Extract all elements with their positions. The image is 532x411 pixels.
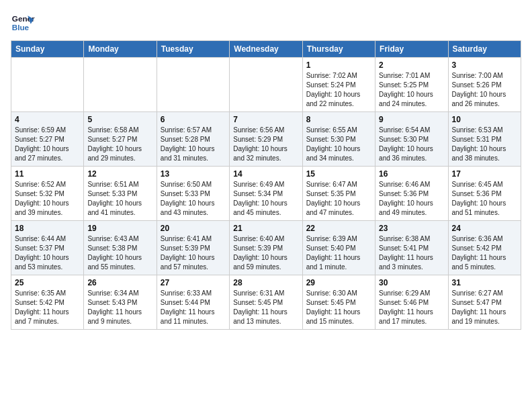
day-number: 17: [452, 169, 517, 179]
calendar-header-row: SundayMondayTuesdayWednesdayThursdayFrid…: [11, 41, 521, 58]
day-info: Sunrise: 6:58 AM Sunset: 5:27 PM Dayligh…: [87, 126, 152, 163]
calendar-cell: 17Sunrise: 6:45 AM Sunset: 5:36 PM Dayli…: [448, 167, 521, 221]
calendar-cell: 23Sunrise: 6:38 AM Sunset: 5:41 PM Dayli…: [375, 221, 448, 275]
calendar-cell: 12Sunrise: 6:51 AM Sunset: 5:33 PM Dayli…: [84, 167, 157, 221]
day-info: Sunrise: 6:39 AM Sunset: 5:40 PM Dayligh…: [306, 234, 371, 272]
day-info: Sunrise: 6:34 AM Sunset: 5:43 PM Dayligh…: [87, 289, 152, 326]
calendar-cell: 21Sunrise: 6:40 AM Sunset: 5:39 PM Dayli…: [230, 221, 302, 275]
calendar-week-row: 4Sunrise: 6:59 AM Sunset: 5:27 PM Daylig…: [11, 112, 521, 167]
day-info: Sunrise: 6:27 AM Sunset: 5:47 PM Dayligh…: [452, 289, 517, 326]
calendar-cell: 11Sunrise: 6:52 AM Sunset: 5:32 PM Dayli…: [11, 167, 84, 221]
logo: General Blue: [11, 11, 38, 35]
calendar-body: 1Sunrise: 7:02 AM Sunset: 5:24 PM Daylig…: [11, 58, 521, 330]
day-number: 29: [306, 278, 371, 287]
calendar-cell: 26Sunrise: 6:34 AM Sunset: 5:43 PM Dayli…: [84, 275, 157, 330]
day-number: 13: [161, 169, 226, 179]
day-number: 4: [15, 115, 80, 124]
day-number: 6: [161, 115, 226, 124]
calendar-week-row: 18Sunrise: 6:44 AM Sunset: 5:37 PM Dayli…: [11, 221, 521, 275]
calendar-table: SundayMondayTuesdayWednesdayThursdayFrid…: [11, 40, 521, 330]
day-info: Sunrise: 6:49 AM Sunset: 5:34 PM Dayligh…: [233, 180, 298, 218]
page-header: General Blue: [11, 11, 521, 35]
calendar-cell: 14Sunrise: 6:49 AM Sunset: 5:34 PM Dayli…: [230, 167, 302, 221]
calendar-cell: 13Sunrise: 6:50 AM Sunset: 5:33 PM Dayli…: [157, 167, 229, 221]
day-number: 14: [233, 169, 298, 179]
day-number: 19: [87, 224, 152, 233]
day-info: Sunrise: 6:30 AM Sunset: 5:45 PM Dayligh…: [306, 289, 371, 326]
day-number: 5: [87, 115, 152, 124]
calendar-cell: 15Sunrise: 6:47 AM Sunset: 5:35 PM Dayli…: [302, 167, 375, 221]
day-info: Sunrise: 7:01 AM Sunset: 5:25 PM Dayligh…: [379, 71, 444, 109]
day-of-week-header: Friday: [375, 41, 448, 58]
day-info: Sunrise: 6:41 AM Sunset: 5:39 PM Dayligh…: [161, 234, 226, 272]
day-info: Sunrise: 6:35 AM Sunset: 5:42 PM Dayligh…: [15, 289, 80, 326]
day-info: Sunrise: 6:38 AM Sunset: 5:41 PM Dayligh…: [379, 234, 444, 272]
calendar-cell: 22Sunrise: 6:39 AM Sunset: 5:40 PM Dayli…: [302, 221, 375, 275]
day-number: 15: [306, 169, 371, 179]
calendar-cell: 10Sunrise: 6:53 AM Sunset: 5:31 PM Dayli…: [448, 112, 521, 167]
day-info: Sunrise: 7:02 AM Sunset: 5:24 PM Dayligh…: [306, 71, 371, 109]
day-info: Sunrise: 6:31 AM Sunset: 5:45 PM Dayligh…: [233, 289, 298, 326]
day-of-week-header: Wednesday: [230, 41, 302, 58]
day-of-week-header: Tuesday: [157, 41, 229, 58]
calendar-cell: 7Sunrise: 6:56 AM Sunset: 5:29 PM Daylig…: [230, 112, 302, 167]
calendar-cell: 5Sunrise: 6:58 AM Sunset: 5:27 PM Daylig…: [84, 112, 157, 167]
day-of-week-header: Saturday: [448, 41, 521, 58]
calendar-cell: 25Sunrise: 6:35 AM Sunset: 5:42 PM Dayli…: [11, 275, 84, 330]
day-info: Sunrise: 6:50 AM Sunset: 5:33 PM Dayligh…: [161, 180, 226, 218]
day-info: Sunrise: 6:57 AM Sunset: 5:28 PM Dayligh…: [161, 126, 226, 163]
day-info: Sunrise: 6:36 AM Sunset: 5:42 PM Dayligh…: [452, 234, 517, 272]
day-number: 8: [306, 115, 371, 124]
day-number: 23: [379, 224, 444, 233]
day-info: Sunrise: 6:51 AM Sunset: 5:33 PM Dayligh…: [87, 180, 152, 218]
day-number: 20: [161, 224, 226, 233]
day-info: Sunrise: 7:00 AM Sunset: 5:26 PM Dayligh…: [452, 71, 517, 109]
calendar-cell: 6Sunrise: 6:57 AM Sunset: 5:28 PM Daylig…: [157, 112, 229, 167]
calendar-week-row: 25Sunrise: 6:35 AM Sunset: 5:42 PM Dayli…: [11, 275, 521, 330]
day-info: Sunrise: 6:53 AM Sunset: 5:31 PM Dayligh…: [452, 126, 517, 163]
day-info: Sunrise: 6:52 AM Sunset: 5:32 PM Dayligh…: [15, 180, 80, 218]
day-number: 27: [161, 278, 226, 287]
calendar-cell: 27Sunrise: 6:33 AM Sunset: 5:44 PM Dayli…: [157, 275, 229, 330]
calendar-cell: 24Sunrise: 6:36 AM Sunset: 5:42 PM Dayli…: [448, 221, 521, 275]
calendar-cell: [230, 58, 302, 112]
day-number: 26: [87, 278, 152, 287]
calendar-cell: 1Sunrise: 7:02 AM Sunset: 5:24 PM Daylig…: [302, 58, 375, 112]
svg-text:Blue: Blue: [12, 23, 30, 32]
day-number: 25: [15, 278, 80, 287]
calendar-cell: 30Sunrise: 6:29 AM Sunset: 5:46 PM Dayli…: [375, 275, 448, 330]
calendar-week-row: 1Sunrise: 7:02 AM Sunset: 5:24 PM Daylig…: [11, 58, 521, 112]
day-info: Sunrise: 6:33 AM Sunset: 5:44 PM Dayligh…: [161, 289, 226, 326]
day-number: 22: [306, 224, 371, 233]
day-number: 24: [452, 224, 517, 233]
calendar-cell: 9Sunrise: 6:54 AM Sunset: 5:30 PM Daylig…: [375, 112, 448, 167]
calendar-cell: 20Sunrise: 6:41 AM Sunset: 5:39 PM Dayli…: [157, 221, 229, 275]
calendar-cell: 31Sunrise: 6:27 AM Sunset: 5:47 PM Dayli…: [448, 275, 521, 330]
day-number: 18: [15, 224, 80, 233]
day-info: Sunrise: 6:59 AM Sunset: 5:27 PM Dayligh…: [15, 126, 80, 163]
day-number: 12: [87, 169, 152, 179]
day-info: Sunrise: 6:55 AM Sunset: 5:30 PM Dayligh…: [306, 126, 371, 163]
day-number: 2: [379, 60, 444, 70]
day-of-week-header: Sunday: [11, 41, 84, 58]
calendar-cell: [157, 58, 229, 112]
calendar-week-row: 11Sunrise: 6:52 AM Sunset: 5:32 PM Dayli…: [11, 167, 521, 221]
day-of-week-header: Monday: [84, 41, 157, 58]
day-of-week-header: Thursday: [302, 41, 375, 58]
calendar-cell: [84, 58, 157, 112]
day-number: 7: [233, 115, 298, 124]
day-info: Sunrise: 6:43 AM Sunset: 5:38 PM Dayligh…: [87, 234, 152, 272]
day-number: 21: [233, 224, 298, 233]
calendar-cell: [11, 58, 84, 112]
calendar-cell: 29Sunrise: 6:30 AM Sunset: 5:45 PM Dayli…: [302, 275, 375, 330]
day-info: Sunrise: 6:46 AM Sunset: 5:36 PM Dayligh…: [379, 180, 444, 218]
day-number: 31: [452, 278, 517, 287]
logo-icon: General Blue: [11, 11, 35, 35]
calendar-cell: 18Sunrise: 6:44 AM Sunset: 5:37 PM Dayli…: [11, 221, 84, 275]
calendar-cell: 8Sunrise: 6:55 AM Sunset: 5:30 PM Daylig…: [302, 112, 375, 167]
day-info: Sunrise: 6:45 AM Sunset: 5:36 PM Dayligh…: [452, 180, 517, 218]
calendar-cell: 2Sunrise: 7:01 AM Sunset: 5:25 PM Daylig…: [375, 58, 448, 112]
day-info: Sunrise: 6:44 AM Sunset: 5:37 PM Dayligh…: [15, 234, 80, 272]
day-info: Sunrise: 6:56 AM Sunset: 5:29 PM Dayligh…: [233, 126, 298, 163]
day-number: 9: [379, 115, 444, 124]
